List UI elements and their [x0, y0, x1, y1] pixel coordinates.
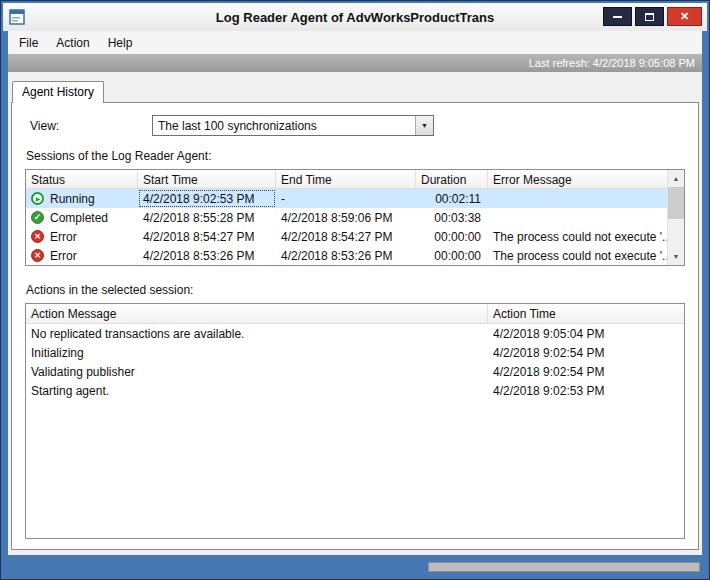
status-cell: ✓Completed	[26, 208, 138, 227]
error-message-cell	[488, 189, 667, 208]
sessions-rows: ▶Running4/2/2018 9:02:53 PM-00:02:11✓Com…	[26, 189, 667, 265]
agent-history-panel: View: The last 100 synchronizations ▼ Se…	[11, 102, 699, 550]
start-time-cell: 4/2/2018 8:53:26 PM	[138, 246, 276, 265]
duration-cell: 00:03:38	[416, 208, 488, 227]
column-header-end-time[interactable]: End Time	[276, 170, 416, 188]
actions-rows: No replicated transactions are available…	[26, 324, 684, 400]
sessions-label: Sessions of the Log Reader Agent:	[26, 149, 685, 163]
session-row[interactable]: ✓Completed4/2/2018 8:55:28 PM4/2/2018 8:…	[26, 208, 667, 227]
action-message-cell: No replicated transactions are available…	[26, 324, 488, 343]
start-time-cell: 4/2/2018 8:54:27 PM	[138, 227, 276, 246]
action-row[interactable]: Validating publisher4/2/2018 9:02:54 PM	[26, 362, 684, 381]
last-refresh-text: Last refresh: 4/2/2018 9:05:08 PM	[529, 57, 695, 69]
column-header-start-time[interactable]: Start Time	[138, 170, 276, 188]
status-cell: ▶Running	[26, 189, 138, 208]
menu-file[interactable]: File	[10, 33, 47, 53]
status-label: Completed	[50, 211, 108, 225]
session-row[interactable]: ✕Error4/2/2018 8:54:27 PM4/2/2018 8:54:2…	[26, 227, 667, 246]
close-button[interactable]: ✕	[667, 7, 702, 26]
scroll-down-icon[interactable]: ▼	[668, 248, 684, 265]
sessions-table-header: Status Start Time End Time Duration Erro…	[26, 170, 667, 189]
scroll-up-icon[interactable]: ▲	[668, 170, 684, 187]
menu-help[interactable]: Help	[99, 33, 142, 53]
resize-grip[interactable]	[428, 562, 700, 572]
column-header-status[interactable]: Status	[26, 170, 138, 188]
status-label: Error	[50, 230, 77, 244]
status-cell: ✕Error	[26, 246, 138, 265]
session-row[interactable]: ▶Running4/2/2018 9:02:53 PM-00:02:11	[26, 189, 667, 208]
column-header-action-message[interactable]: Action Message	[26, 304, 488, 323]
maximize-button[interactable]	[635, 7, 664, 26]
error-status-icon: ✕	[31, 230, 44, 243]
running-status-icon: ▶	[31, 192, 44, 205]
actions-label: Actions in the selected session:	[26, 283, 685, 297]
minimize-icon	[613, 16, 622, 18]
end-time-cell: 4/2/2018 8:59:06 PM	[276, 208, 416, 227]
end-time-cell: 4/2/2018 8:53:26 PM	[276, 246, 416, 265]
actions-table-header: Action Message Action Time	[26, 304, 684, 324]
error-status-icon: ✕	[31, 249, 44, 262]
end-time-cell: 4/2/2018 8:54:27 PM	[276, 227, 416, 246]
menu-action[interactable]: Action	[47, 33, 98, 53]
duration-cell: 00:00:00	[416, 246, 488, 265]
action-time-cell: 4/2/2018 9:02:54 PM	[488, 362, 684, 381]
minimize-button[interactable]	[603, 7, 632, 26]
view-row: View: The last 100 synchronizations ▼	[30, 115, 685, 136]
action-row[interactable]: Initializing4/2/2018 9:02:54 PM	[26, 343, 684, 362]
view-label: View:	[30, 119, 152, 133]
action-message-cell: Validating publisher	[26, 362, 488, 381]
title-bar[interactable]: Log Reader Agent of AdvWorksProductTrans…	[3, 3, 707, 31]
scrollbar-thumb[interactable]	[668, 187, 684, 219]
completed-status-icon: ✓	[31, 211, 44, 224]
error-message-cell	[488, 208, 667, 227]
scrollbar-track[interactable]	[668, 219, 684, 248]
view-select[interactable]: The last 100 synchronizations ▼	[152, 115, 434, 136]
action-time-cell: 4/2/2018 9:02:54 PM	[488, 343, 684, 362]
tab-strip: Agent History	[8, 72, 702, 102]
menu-bar: File Action Help	[8, 31, 702, 54]
duration-cell: 00:00:00	[416, 227, 488, 246]
window-title: Log Reader Agent of AdvWorksProductTrans	[3, 10, 707, 25]
sessions-scrollbar[interactable]: ▲ ▼	[667, 170, 684, 265]
last-refresh-bar: Last refresh: 4/2/2018 9:05:08 PM	[8, 54, 702, 72]
action-row[interactable]: Starting agent.4/2/2018 9:02:53 PM	[26, 381, 684, 400]
log-reader-agent-window: Log Reader Agent of AdvWorksProductTrans…	[0, 0, 710, 580]
error-message-cell: The process could not execute '...	[488, 227, 667, 246]
window-body: File Action Help Last refresh: 4/2/2018 …	[8, 31, 702, 555]
chevron-down-icon[interactable]: ▼	[415, 116, 433, 135]
status-cell: ✕Error	[26, 227, 138, 246]
session-row[interactable]: ✕Error4/2/2018 8:53:26 PM4/2/2018 8:53:2…	[26, 246, 667, 265]
end-time-cell: -	[276, 189, 416, 208]
action-message-cell: Starting agent.	[26, 381, 488, 400]
status-label: Running	[50, 192, 95, 206]
bottom-frame	[1, 555, 709, 579]
error-message-cell: The process could not execute '...	[488, 246, 667, 265]
action-message-cell: Initializing	[26, 343, 488, 362]
tab-agent-history[interactable]: Agent History	[12, 81, 104, 103]
column-header-error-message[interactable]: Error Message	[488, 170, 667, 188]
column-header-action-time[interactable]: Action Time	[488, 304, 684, 323]
action-row[interactable]: No replicated transactions are available…	[26, 324, 684, 343]
close-icon: ✕	[680, 10, 689, 23]
start-time-cell: 4/2/2018 8:55:28 PM	[138, 208, 276, 227]
maximize-icon	[645, 13, 654, 21]
start-time-cell: 4/2/2018 9:02:53 PM	[138, 189, 276, 208]
status-label: Error	[50, 249, 77, 263]
actions-table: Action Message Action Time No replicated…	[25, 303, 685, 539]
column-header-duration[interactable]: Duration	[416, 170, 488, 188]
duration-cell: 00:02:11	[416, 189, 488, 208]
sessions-table: Status Start Time End Time Duration Erro…	[25, 169, 685, 266]
action-time-cell: 4/2/2018 9:02:53 PM	[488, 381, 684, 400]
action-time-cell: 4/2/2018 9:05:04 PM	[488, 324, 684, 343]
view-select-value: The last 100 synchronizations	[153, 119, 415, 133]
app-icon[interactable]	[9, 9, 25, 25]
